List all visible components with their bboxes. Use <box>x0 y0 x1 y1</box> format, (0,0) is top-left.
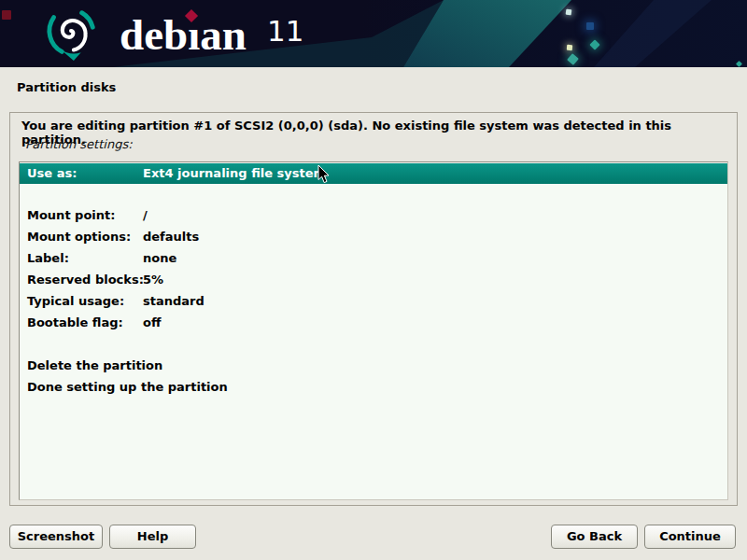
list-item-label: Bootable flag: <box>20 313 143 333</box>
list-item-value: / <box>143 205 148 226</box>
list-item-value: defaults <box>143 227 199 247</box>
banner: debıan 11 <box>0 0 747 67</box>
mouse-cursor-icon <box>317 165 330 184</box>
list-item-value: off <box>143 313 161 333</box>
brand-version: 11 <box>267 16 303 46</box>
banner-decor-dot-teal <box>736 61 742 67</box>
list-item-use-as[interactable]: Use as:Ext4 journaling file system <box>20 163 727 184</box>
list-item-label: Typical usage: <box>20 291 143 312</box>
banner-decor-square-teal <box>567 53 579 65</box>
list-item-label: Label: <box>20 248 143 269</box>
continue-button[interactable]: Continue <box>644 525 736 549</box>
brand-wordmark: debıan <box>120 7 247 63</box>
go-back-button[interactable]: Go Back <box>551 525 638 549</box>
list-spacer <box>20 184 727 205</box>
banner-decor-square-yellow <box>567 45 572 50</box>
list-item-mount-options[interactable]: Mount options:defaults <box>20 227 727 248</box>
list-item-label: Mount options: <box>20 227 143 247</box>
info-subheading: Partition settings: <box>25 137 133 151</box>
help-button[interactable]: Help <box>109 525 196 549</box>
partition-settings-list: Use as:Ext4 journaling file system Mount… <box>19 161 728 500</box>
list-item-value: Ext4 journaling file system <box>143 163 326 183</box>
banner-decor-diamond-teal <box>589 39 599 49</box>
list-item-reserved-blocks[interactable]: Reserved blocks:5% <box>20 270 727 291</box>
list-item-label: Use as: <box>20 163 143 183</box>
list-item-value: standard <box>143 291 204 312</box>
list-item-label: Reserved blocks: <box>20 270 143 290</box>
banner-decor-square-white <box>566 9 572 16</box>
screenshot-button[interactable]: Screenshot <box>9 525 103 549</box>
list-spacer <box>20 334 727 356</box>
installer-window: debıan 11 Partition disks You are editin… <box>0 0 747 560</box>
page-title: Partition disks <box>17 80 116 94</box>
list-item-value: 5% <box>143 270 163 290</box>
list-item-bootable-flag[interactable]: Bootable flag:off <box>20 313 727 334</box>
list-item-delete-partition[interactable]: Delete the partition <box>20 356 727 377</box>
content-panel: You are editing partition #1 of SCSI2 (0… <box>9 112 738 506</box>
list-item-label: Mount point: <box>20 205 143 226</box>
list-item-label: Done setting up the partition <box>20 377 228 398</box>
list-item-value: none <box>143 248 176 269</box>
list-item-done-setting-up[interactable]: Done setting up the partition <box>20 377 727 399</box>
debian-swirl-icon <box>41 4 101 63</box>
list-item-mount-point[interactable]: Mount point:/ <box>20 205 727 227</box>
banner-decor-square-red <box>2 10 11 20</box>
list-item-label: Delete the partition <box>20 356 162 376</box>
banner-decor-square-blue <box>586 22 594 30</box>
list-item-typical-usage[interactable]: Typical usage:standard <box>20 291 727 313</box>
list-item-label-setting[interactable]: Label:none <box>20 248 727 270</box>
